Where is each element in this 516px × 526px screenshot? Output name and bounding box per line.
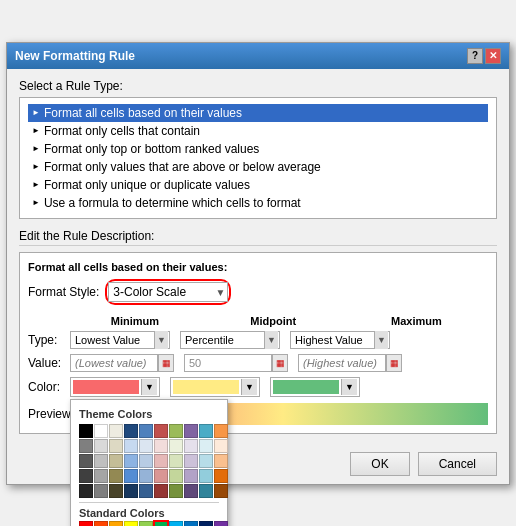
column-headers: Minimum Midpoint Maximum: [28, 315, 488, 327]
min-color-swatch: [73, 380, 139, 394]
theme-color-cell[interactable]: [109, 454, 123, 468]
theme-color-cell[interactable]: [214, 424, 228, 438]
rule-item-1[interactable]: Format only cells that contain: [28, 122, 488, 140]
rule-item-4[interactable]: Format only unique or duplicate values: [28, 176, 488, 194]
theme-color-cell[interactable]: [184, 469, 198, 483]
theme-color-cell[interactable]: [94, 439, 108, 453]
title-bar: New Formatting Rule ? ✕: [7, 43, 509, 69]
min-value-icon-btn[interactable]: ▦: [158, 354, 174, 372]
theme-color-cell[interactable]: [94, 484, 108, 498]
mid-type-select[interactable]: Number Percent Percentile Formula: [180, 331, 280, 349]
rule-item-3[interactable]: Format only values that are above or bel…: [28, 158, 488, 176]
standard-color-cell[interactable]: [94, 521, 108, 527]
theme-color-cell[interactable]: [214, 469, 228, 483]
theme-color-cell[interactable]: [79, 424, 93, 438]
standard-color-cell[interactable]: [154, 521, 168, 527]
standard-color-cell[interactable]: [79, 521, 93, 527]
theme-color-cell[interactable]: [154, 484, 168, 498]
color-picker-popup: Theme Colors Standard Colors More Colors…: [70, 399, 228, 527]
max-value-icon-btn[interactable]: ▦: [386, 354, 402, 372]
theme-color-cell[interactable]: [169, 439, 183, 453]
edit-section-label: Edit the Rule Description:: [19, 229, 497, 246]
rule-item-2[interactable]: Format only top or bottom ranked values: [28, 140, 488, 158]
theme-color-cell[interactable]: [214, 439, 228, 453]
theme-color-cell[interactable]: [79, 454, 93, 468]
value-label: Value:: [28, 356, 70, 370]
theme-color-cell[interactable]: [124, 424, 138, 438]
theme-color-cell[interactable]: [139, 469, 153, 483]
rule-item-5[interactable]: Use a formula to determine which cells t…: [28, 194, 488, 212]
theme-color-cell[interactable]: [169, 454, 183, 468]
theme-color-cell[interactable]: [154, 439, 168, 453]
theme-color-cell[interactable]: [184, 484, 198, 498]
theme-color-cell[interactable]: [154, 469, 168, 483]
theme-color-cell[interactable]: [139, 484, 153, 498]
theme-color-cell[interactable]: [124, 454, 138, 468]
standard-color-cell[interactable]: [184, 521, 198, 527]
standard-color-cell[interactable]: [124, 521, 138, 527]
format-style-select[interactable]: 2-Color Scale 3-Color Scale Data Bar Ico…: [108, 282, 228, 302]
theme-color-cell[interactable]: [169, 484, 183, 498]
standard-color-cell[interactable]: [214, 521, 228, 527]
rule-item-0[interactable]: Format all cells based on their values: [28, 104, 488, 122]
min-header: Minimum: [68, 315, 202, 327]
theme-color-cell[interactable]: [199, 439, 213, 453]
theme-color-cell[interactable]: [139, 439, 153, 453]
mid-value-wrap: ▦: [184, 354, 288, 372]
theme-color-cell[interactable]: [79, 484, 93, 498]
theme-colors-label: Theme Colors: [79, 408, 219, 420]
dialog-body: Select a Rule Type: Format all cells bas…: [7, 69, 509, 444]
theme-color-cell[interactable]: [214, 454, 228, 468]
standard-color-cell[interactable]: [169, 521, 183, 527]
min-color-arrow-icon: ▼: [141, 379, 157, 395]
theme-color-cell[interactable]: [109, 439, 123, 453]
theme-color-cell[interactable]: [139, 454, 153, 468]
mid-color-btn[interactable]: ▼: [170, 377, 260, 397]
help-button[interactable]: ?: [467, 48, 483, 64]
cancel-button[interactable]: Cancel: [418, 452, 497, 476]
max-type-select[interactable]: Highest Value Number Percent Percentile …: [290, 331, 390, 349]
mid-color-container: ▼: [170, 377, 260, 397]
format-style-row: Format Style: 2-Color Scale 3-Color Scal…: [28, 279, 488, 305]
theme-color-cell[interactable]: [124, 484, 138, 498]
theme-color-cell[interactable]: [169, 469, 183, 483]
max-color-container: ▼: [270, 377, 360, 397]
theme-color-cell[interactable]: [79, 469, 93, 483]
theme-color-cell[interactable]: [199, 454, 213, 468]
min-type-select[interactable]: Lowest Value Number Percent Percentile F…: [70, 331, 170, 349]
max-color-btn[interactable]: ▼: [270, 377, 360, 397]
edit-box: Format all cells based on their values: …: [19, 252, 497, 434]
theme-color-cell[interactable]: [109, 424, 123, 438]
theme-color-cell[interactable]: [199, 424, 213, 438]
mid-value-icon-btn[interactable]: ▦: [272, 354, 288, 372]
theme-color-cell[interactable]: [184, 454, 198, 468]
theme-color-cell[interactable]: [139, 424, 153, 438]
theme-color-cell[interactable]: [94, 469, 108, 483]
theme-color-cell[interactable]: [109, 469, 123, 483]
theme-color-cell[interactable]: [199, 484, 213, 498]
standard-color-cell[interactable]: [139, 521, 153, 527]
theme-color-cell[interactable]: [184, 424, 198, 438]
theme-color-cell[interactable]: [169, 424, 183, 438]
standard-color-cell[interactable]: [199, 521, 213, 527]
theme-color-cell[interactable]: [79, 439, 93, 453]
standard-color-cell[interactable]: [109, 521, 123, 527]
min-value-wrap: ▦: [70, 354, 174, 372]
ok-button[interactable]: OK: [350, 452, 409, 476]
max-type-wrap: Highest Value Number Percent Percentile …: [290, 331, 390, 349]
theme-color-cell[interactable]: [124, 439, 138, 453]
max-value-input[interactable]: [298, 354, 386, 372]
mid-value-input[interactable]: [184, 354, 272, 372]
min-value-input[interactable]: [70, 354, 158, 372]
theme-color-cell[interactable]: [154, 454, 168, 468]
theme-color-cell[interactable]: [124, 469, 138, 483]
min-color-btn[interactable]: ▼: [70, 377, 160, 397]
theme-color-cell[interactable]: [94, 424, 108, 438]
theme-color-cell[interactable]: [214, 484, 228, 498]
theme-color-cell[interactable]: [184, 439, 198, 453]
theme-color-cell[interactable]: [199, 469, 213, 483]
theme-color-cell[interactable]: [154, 424, 168, 438]
close-button[interactable]: ✕: [485, 48, 501, 64]
theme-color-cell[interactable]: [109, 484, 123, 498]
theme-color-cell[interactable]: [94, 454, 108, 468]
